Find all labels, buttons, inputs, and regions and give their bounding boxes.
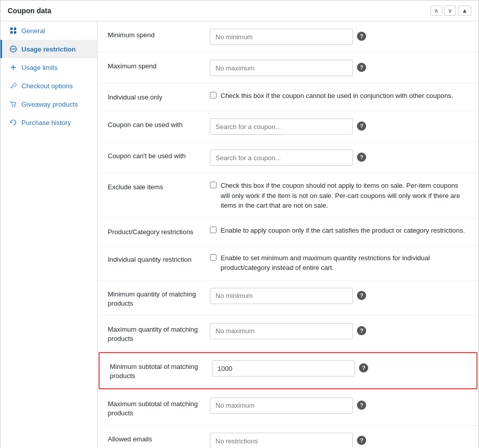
coupon-data-window: Coupon data ∧ ∨ ▲ General — [0, 0, 479, 448]
checkbox-row-individual-use: Check this box if the coupon cannot be u… — [210, 91, 453, 101]
sidebar: General Usage restriction — [1, 21, 98, 448]
checkbox-label-individual-use: Check this box if the coupon cannot be u… — [221, 91, 453, 101]
label-minimum-spend: Minimum spend — [108, 29, 210, 40]
collapse-button[interactable]: ∧ — [430, 6, 442, 16]
label-allowed-emails: Allowed emails — [108, 433, 210, 444]
input-max-qty-matching[interactable] — [210, 323, 353, 339]
field-minimum-spend: ? — [210, 29, 468, 45]
label-max-qty-matching: Maximum quantity of matching products — [108, 323, 210, 343]
title-bar-controls: ∧ ∨ ▲ — [430, 6, 471, 16]
sidebar-item-general[interactable]: General — [1, 21, 97, 40]
checkbox-label-exclude-sale: Check this box if the coupon should not … — [221, 181, 468, 211]
row-max-qty-matching: Maximum quantity of matching products ? — [98, 316, 478, 351]
cart-icon — [9, 100, 17, 108]
checkbox-exclude-sale-items[interactable] — [210, 182, 217, 188]
label-maximum-spend: Maximum spend — [108, 60, 210, 71]
input-allowed-emails[interactable] — [210, 433, 353, 448]
sidebar-item-checkout-options[interactable]: Checkout options — [1, 77, 97, 95]
sidebar-item-usage-limits[interactable]: Usage limits — [1, 58, 97, 77]
window-title: Coupon data — [8, 7, 52, 15]
help-maximum-spend[interactable]: ? — [357, 63, 366, 72]
help-minimum-spend[interactable]: ? — [357, 32, 366, 41]
field-individual-quantity-restriction: Enable to set minimum and maximum quanti… — [210, 253, 468, 273]
sidebar-label-usage-limits: Usage limits — [21, 64, 58, 71]
checkbox-label-product-cat: Enable to apply coupon only if the cart … — [221, 226, 465, 236]
no-icon — [9, 45, 17, 53]
grid-icon — [9, 27, 17, 35]
field-coupon-cant-be-used: ? — [210, 150, 468, 166]
row-individual-quantity-restriction: Individual quantity restriction Enable t… — [98, 246, 478, 281]
field-product-category-restrictions: Enable to apply coupon only if the cart … — [210, 226, 468, 236]
label-individual-quantity-restriction: Individual quantity restriction — [108, 253, 210, 264]
expand-button[interactable]: ∨ — [444, 6, 456, 16]
input-maximum-spend[interactable] — [210, 60, 353, 76]
sidebar-label-general: General — [21, 27, 45, 35]
row-coupon-can-be-used: Coupon can be used with ? — [98, 111, 478, 142]
row-exclude-sale-items: Exclude sale items Check this box if the… — [98, 173, 478, 218]
field-max-subtotal-matching: ? — [210, 397, 468, 414]
help-max-qty-matching[interactable]: ? — [357, 326, 366, 335]
field-coupon-can-be-used: ? — [210, 118, 468, 135]
checkbox-individual-quantity-restriction[interactable] — [210, 254, 217, 261]
row-coupon-cant-be-used: Coupon can't be used with ? — [98, 142, 478, 173]
svg-rect-1 — [14, 28, 16, 30]
row-minimum-spend: Minimum spend ? — [98, 21, 478, 53]
label-coupon-can-be-used: Coupon can be used with — [108, 118, 210, 130]
label-exclude-sale-items: Exclude sale items — [108, 181, 210, 192]
sidebar-label-purchase-history: Purchase history — [21, 119, 71, 127]
row-allowed-emails: Allowed emails ? — [98, 426, 478, 448]
field-min-subtotal-matching: ? — [212, 360, 466, 377]
row-individual-use-only: Individual use only Check this box if th… — [98, 84, 478, 111]
field-individual-use-only: Check this box if the coupon cannot be u… — [210, 91, 468, 101]
sidebar-item-giveaway-products[interactable]: Giveaway products — [1, 95, 97, 113]
sidebar-label-usage-restriction: Usage restriction — [21, 45, 76, 53]
help-coupon-cant-be-used[interactable]: ? — [357, 153, 366, 162]
fullscreen-button[interactable]: ▲ — [458, 6, 471, 16]
row-product-category-restrictions: Product/Category restrictions Enable to … — [98, 218, 478, 246]
input-min-subtotal-matching[interactable] — [212, 360, 355, 377]
main-content: Minimum spend ? Maximum spend ? Individu… — [98, 21, 478, 448]
row-max-subtotal-matching: Maximum subtotal of matching products ? — [98, 390, 478, 426]
help-min-subtotal-matching[interactable]: ? — [359, 363, 368, 372]
row-min-subtotal-matching: Minimum subtotal of matching products ? — [99, 352, 477, 389]
svg-rect-0 — [10, 28, 13, 30]
svg-point-8 — [12, 106, 13, 107]
svg-point-9 — [14, 106, 15, 107]
checkbox-individual-use-only[interactable] — [210, 92, 217, 98]
checkbox-row-exclude-sale: Check this box if the coupon should not … — [210, 181, 468, 211]
wrench-icon — [9, 82, 17, 90]
input-coupon-can-be-used[interactable] — [210, 118, 353, 135]
sidebar-item-usage-restriction[interactable]: Usage restriction — [1, 40, 97, 58]
checkbox-row-ind-qty: Enable to set minimum and maximum quanti… — [210, 253, 468, 273]
history-icon — [9, 118, 17, 127]
sidebar-item-purchase-history[interactable]: Purchase history — [1, 113, 97, 132]
field-maximum-spend: ? — [210, 60, 468, 76]
row-min-qty-matching: Minimum quantity of matching products ? — [98, 281, 478, 316]
label-min-qty-matching: Minimum quantity of matching products — [108, 288, 210, 308]
help-min-qty-matching[interactable]: ? — [357, 291, 366, 300]
plus-icon — [9, 63, 17, 71]
help-coupon-can-be-used[interactable]: ? — [357, 121, 366, 131]
input-coupon-cant-be-used[interactable] — [210, 150, 353, 166]
checkbox-product-category-restrictions[interactable] — [210, 227, 217, 233]
svg-rect-3 — [14, 31, 16, 34]
svg-rect-2 — [10, 31, 13, 34]
sidebar-label-giveaway-products: Giveaway products — [21, 101, 78, 108]
label-individual-use-only: Individual use only — [108, 91, 210, 102]
input-minimum-spend[interactable] — [210, 29, 353, 45]
sidebar-label-checkout-options: Checkout options — [21, 82, 73, 90]
row-maximum-spend: Maximum spend ? — [98, 53, 478, 84]
input-max-subtotal-matching[interactable] — [210, 397, 353, 414]
field-allowed-emails: ? — [210, 433, 468, 448]
field-exclude-sale-items: Check this box if the coupon should not … — [210, 181, 468, 211]
label-product-category-restrictions: Product/Category restrictions — [108, 226, 210, 237]
label-coupon-cant-be-used: Coupon can't be used with — [108, 150, 210, 161]
main-layout: General Usage restriction — [1, 21, 478, 448]
title-bar: Coupon data ∧ ∨ ▲ — [1, 1, 478, 21]
label-max-subtotal-matching: Maximum subtotal of matching products — [108, 397, 210, 418]
help-max-subtotal-matching[interactable]: ? — [357, 401, 366, 410]
field-min-qty-matching: ? — [210, 288, 468, 304]
checkbox-row-product-cat: Enable to apply coupon only if the cart … — [210, 226, 465, 236]
help-allowed-emails[interactable]: ? — [357, 436, 366, 445]
input-min-qty-matching[interactable] — [210, 288, 353, 304]
